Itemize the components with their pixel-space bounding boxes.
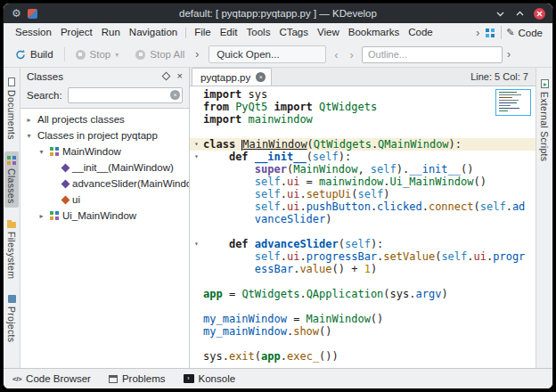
code-line[interactable]: import mainwindow xyxy=(190,113,536,126)
code-browser-button[interactable]: </> Code Browser xyxy=(12,373,91,384)
code-line[interactable]: self.ui.progressBar.setValue(self.ui.pro… xyxy=(190,250,536,263)
titlebar-icons: ⚙ xyxy=(12,4,37,23)
code-line[interactable] xyxy=(190,225,536,238)
menu-tools[interactable]: Tools xyxy=(242,23,275,42)
fold-gutter xyxy=(190,113,203,126)
forward-button[interactable]: › xyxy=(347,48,357,61)
code-line[interactable]: self.ui.setupUi(self) xyxy=(190,188,536,200)
quick-open-button[interactable]: Quick Open... xyxy=(208,45,326,63)
tree-item[interactable]: __init__(MainWindow) xyxy=(20,159,189,176)
code-text: my_mainWindow.show() xyxy=(203,325,332,338)
menu-session[interactable]: Session xyxy=(11,23,56,42)
tab-documents[interactable]: Documents xyxy=(4,73,19,144)
code-text: import mainwindow xyxy=(203,113,313,126)
area-switcher-icon[interactable] xyxy=(486,29,495,37)
dock-close-icon[interactable]: × xyxy=(177,71,183,81)
tab-close-icon[interactable]: × xyxy=(256,72,266,82)
toolbar-overflow-right-icon[interactable]: › xyxy=(507,48,511,61)
tree-item[interactable]: ui xyxy=(20,192,189,208)
fold-marker-icon[interactable]: ▾ xyxy=(190,151,203,163)
code-line[interactable] xyxy=(190,275,536,288)
code-line[interactable]: self.ui.pushButton.clicked.connect(self.… xyxy=(190,200,536,213)
fold-marker-icon[interactable]: ▾ xyxy=(190,238,203,250)
tree-item-label: All projects classes xyxy=(37,114,125,125)
minimize-button[interactable] xyxy=(495,8,506,20)
build-button[interactable]: Build xyxy=(9,46,60,62)
code-area-button[interactable]: ✎ Code xyxy=(501,26,547,39)
problems-button[interactable]: Problems xyxy=(109,373,166,384)
tree-item[interactable]: ▾Classes in project pyqtapp xyxy=(20,127,189,143)
code-line[interactable] xyxy=(190,300,536,313)
expander-open-icon[interactable]: ▾ xyxy=(24,132,34,140)
class-search-input[interactable] xyxy=(68,87,183,103)
menu-ctags[interactable]: CTags xyxy=(274,23,313,42)
code-text: from PyQt5 import QtWidgets xyxy=(203,101,377,113)
tree-item[interactable]: ▸Ui_MainWindow xyxy=(20,208,189,224)
code-line[interactable]: ▾ def advanceSlider(self): xyxy=(190,238,536,250)
code-line[interactable]: self.ui = mainwindow.Ui_MainWindow() xyxy=(190,176,536,188)
code-line[interactable]: essBar.value() + 1) xyxy=(190,263,536,275)
fold-gutter xyxy=(190,88,203,101)
stop-button[interactable]: Stop ▾ xyxy=(70,46,126,62)
clear-search-icon[interactable]: × xyxy=(170,90,180,100)
code-line[interactable]: my_mainWindow.show() xyxy=(190,325,536,338)
right-dock-bar: External Scripts xyxy=(536,68,552,368)
menu-view[interactable]: View xyxy=(313,23,344,42)
stop-all-button[interactable]: Stop All xyxy=(129,46,191,62)
minimap[interactable] xyxy=(495,89,531,116)
code-line[interactable] xyxy=(190,338,536,350)
menu-code[interactable]: Code xyxy=(404,23,437,42)
tab-filesystem[interactable]: Filesystem xyxy=(4,215,19,283)
outline-input[interactable] xyxy=(362,46,503,63)
tree-item[interactable]: ▾MainWindow xyxy=(20,143,189,159)
code-line[interactable]: import sys xyxy=(190,88,536,101)
tab-pyqtapp-py[interactable]: pyqtapp.py × xyxy=(192,68,272,86)
code-line[interactable]: my_mainWindow = MainWindow() xyxy=(190,313,536,325)
problems-icon xyxy=(109,375,118,383)
dock-float-icon[interactable] xyxy=(161,72,170,81)
tree-item[interactable]: ▸All projects classes xyxy=(20,111,189,127)
menu-bookmarks[interactable]: Bookmarks xyxy=(344,23,405,42)
titlebar[interactable]: ⚙ default: [ pyqtapp:pyqtapp.py ] — KDev… xyxy=(4,4,552,23)
code-browser-icon: </> xyxy=(12,375,21,383)
fold-gutter xyxy=(190,288,203,300)
menu-project[interactable]: Project xyxy=(56,23,97,42)
maximize-button[interactable] xyxy=(514,8,526,20)
code-line[interactable]: super(MainWindow, self).__init__() xyxy=(190,163,536,176)
code-line[interactable]: ▾class MainWindow(QtWidgets.QMainWindow)… xyxy=(190,138,536,151)
menu-run[interactable]: Run xyxy=(97,23,125,42)
fold-marker-icon[interactable]: ▾ xyxy=(190,138,203,151)
stop-label: Stop xyxy=(90,49,111,60)
menubar-overflow-icon[interactable]: › xyxy=(476,27,479,39)
expander-closed-icon[interactable]: ▸ xyxy=(24,116,34,124)
code-line[interactable]: sys.exit(app.exec_()) xyxy=(190,350,536,363)
close-button[interactable] xyxy=(534,8,545,20)
code-line[interactable]: ▾ def __init__(self): xyxy=(190,151,536,163)
script-icon xyxy=(541,79,549,88)
code-line[interactable] xyxy=(190,126,536,138)
tree-item-label: Ui_MainWindow xyxy=(62,210,136,221)
tab-classes[interactable]: Classes xyxy=(4,151,19,208)
tab-external-scripts[interactable]: External Scripts xyxy=(537,75,552,166)
class-icon xyxy=(50,147,59,156)
code-editor[interactable]: import sysfrom PyQt5 import QtWidgetsimp… xyxy=(190,86,536,368)
code-line[interactable]: vanceSlider) xyxy=(190,213,536,225)
toolbar-overflow-icon[interactable]: › xyxy=(195,48,199,61)
code-text: import sys xyxy=(203,88,267,101)
code-line[interactable]: from PyQt5 import QtWidgets xyxy=(190,101,536,113)
tree-item[interactable]: advanceSlider(MainWindow) xyxy=(20,176,189,192)
build-icon xyxy=(15,49,26,60)
menu-file[interactable]: File xyxy=(190,23,216,42)
back-button[interactable]: ‹ xyxy=(331,48,341,61)
expander-closed-icon[interactable]: ▸ xyxy=(37,212,46,220)
project-icon xyxy=(8,295,16,303)
fold-gutter xyxy=(190,188,203,200)
vtab-label: Filesystem xyxy=(6,232,17,279)
konsole-button[interactable]: › Konsole xyxy=(184,373,236,384)
code-line[interactable]: app = QtWidgets.QApplication(sys.argv) xyxy=(190,288,536,300)
stop-dropdown-icon: ▾ xyxy=(115,51,119,59)
expander-open-icon[interactable]: ▾ xyxy=(37,148,46,156)
menu-edit[interactable]: Edit xyxy=(216,23,242,42)
tab-projects[interactable]: Projects xyxy=(4,290,19,347)
menu-navigation[interactable]: Navigation xyxy=(125,23,182,42)
